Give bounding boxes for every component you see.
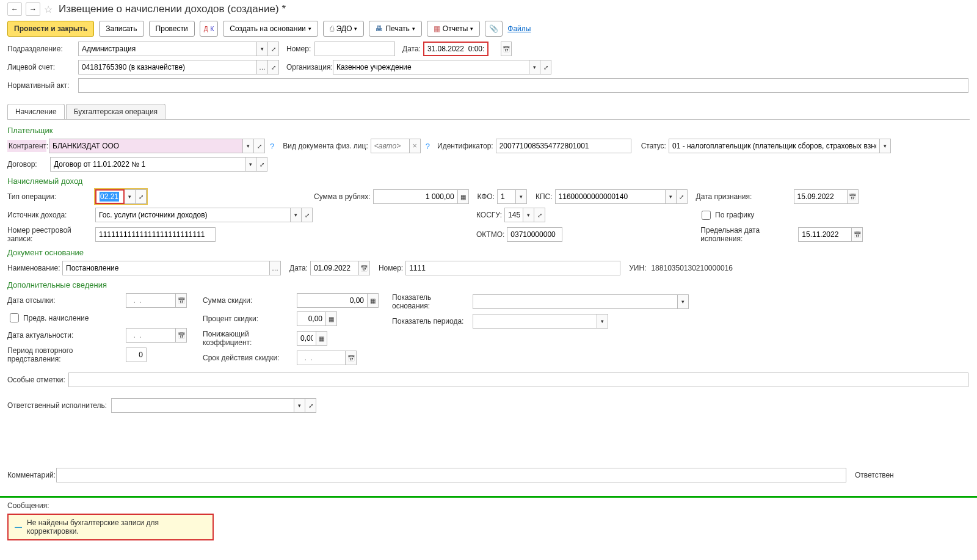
favorite-icon[interactable]: ☆ — [44, 4, 53, 15]
op-type-dropdown[interactable] — [125, 189, 136, 204]
op-type-open[interactable] — [136, 189, 147, 204]
date-input[interactable] — [423, 42, 488, 56]
reports-button[interactable]: ▦ Отчеты ▾ — [427, 21, 480, 37]
doc-type-input[interactable] — [371, 139, 410, 153]
number-input[interactable] — [314, 42, 395, 56]
post-and-close-button[interactable]: Провести и закрыть — [7, 21, 94, 37]
sum-input[interactable] — [373, 189, 458, 204]
doc-type-help-icon[interactable]: ? — [426, 142, 430, 151]
print-button[interactable]: 🖶 Печать ▾ — [369, 21, 421, 37]
send-date-cal[interactable] — [176, 293, 187, 308]
kosgu-open[interactable] — [534, 208, 545, 222]
kosgu-dropdown[interactable] — [523, 208, 534, 222]
date-calendar[interactable] — [501, 42, 512, 56]
source-open[interactable] — [302, 208, 313, 222]
basis-name-input[interactable] — [62, 261, 270, 275]
message-text: Не найдены бухгалтерские записи для корр… — [27, 518, 206, 536]
actual-date-input[interactable] — [126, 328, 176, 343]
rec-date-input[interactable] — [794, 189, 848, 204]
department-open[interactable] — [268, 42, 279, 56]
attach-button[interactable]: 📎 — [485, 21, 503, 37]
org-input[interactable] — [333, 60, 529, 75]
act-label: Нормативный акт: — [7, 81, 76, 90]
basis-date-cal[interactable] — [359, 261, 370, 275]
save-button[interactable]: Записать — [99, 21, 143, 37]
act-input[interactable] — [78, 78, 968, 93]
pre-accrual-checkbox[interactable] — [10, 313, 19, 322]
coeff-input[interactable] — [297, 331, 316, 346]
account-input[interactable] — [78, 60, 257, 75]
org-dropdown[interactable] — [529, 60, 540, 75]
nav-forward-button[interactable]: → — [26, 2, 40, 16]
disc-sum-input[interactable] — [297, 293, 368, 308]
contr-label: Контрагент: — [7, 140, 46, 152]
comment-input[interactable] — [56, 468, 846, 482]
contr-input[interactable] — [49, 139, 243, 153]
period-ind-input[interactable] — [473, 314, 597, 329]
basis-ind-dropdown[interactable] — [678, 294, 689, 309]
disc-pct-input[interactable] — [297, 311, 326, 326]
contract-input[interactable] — [50, 157, 245, 172]
period-ind-dropdown[interactable] — [597, 314, 608, 329]
kps-dropdown[interactable] — [666, 189, 677, 204]
org-open[interactable] — [540, 60, 551, 75]
disc-sum-calc[interactable] — [368, 293, 379, 308]
post-button[interactable]: Провести — [149, 21, 195, 37]
create-based-button[interactable]: Создать на основании ▾ — [223, 21, 318, 37]
executor-dropdown[interactable] — [294, 398, 305, 413]
rec-date-cal[interactable] — [848, 189, 859, 204]
message-row[interactable]: — Не найдены бухгалтерские записи для ко… — [7, 514, 214, 540]
sum-calc[interactable] — [458, 189, 469, 204]
basis-name-select[interactable] — [270, 261, 281, 275]
kfo-input[interactable] — [497, 189, 516, 204]
send-date-input[interactable] — [126, 293, 176, 308]
tab-accounting[interactable]: Бухгалтерская операция — [66, 104, 165, 119]
kps-open[interactable] — [677, 189, 688, 204]
source-input[interactable] — [95, 208, 291, 222]
executor-open[interactable] — [305, 398, 316, 413]
actual-date-label: Дата актуальности: — [7, 331, 123, 340]
disc-term-cal[interactable] — [346, 351, 357, 365]
executor-input[interactable] — [111, 398, 294, 413]
contr-open[interactable] — [254, 139, 265, 153]
disc-term-input[interactable] — [297, 351, 346, 365]
basis-name-label: Наименование: — [7, 264, 60, 272]
basis-ind-input[interactable] — [473, 294, 678, 309]
account-select[interactable] — [257, 60, 268, 75]
coeff-calc[interactable] — [316, 331, 327, 346]
dk-button[interactable]: ДК — [200, 21, 219, 37]
basis-number-input[interactable] — [405, 261, 620, 275]
reestr-input[interactable] — [95, 227, 216, 242]
department-input[interactable] — [78, 42, 257, 56]
kfo-dropdown[interactable] — [516, 189, 527, 204]
department-dropdown[interactable] — [257, 42, 268, 56]
basis-date-input[interactable] — [310, 261, 359, 275]
status-label: Статус: — [641, 142, 666, 150]
disc-pct-calc[interactable] — [326, 311, 337, 326]
deadline-cal[interactable] — [852, 227, 863, 242]
op-type-input[interactable]: 02.21 — [95, 189, 125, 204]
kosgu-input[interactable] — [504, 208, 523, 222]
status-input[interactable] — [669, 139, 880, 153]
source-dropdown[interactable] — [291, 208, 302, 222]
schedule-checkbox[interactable] — [702, 211, 711, 220]
files-link[interactable]: Файлы — [507, 24, 531, 33]
messages-title: Сообщения: — [7, 501, 970, 510]
contract-dropdown[interactable] — [245, 157, 256, 172]
marks-input[interactable] — [68, 373, 968, 387]
contr-help-icon[interactable]: ? — [270, 142, 274, 151]
id-input[interactable] — [496, 139, 631, 153]
repeat-input[interactable] — [126, 347, 147, 362]
status-dropdown[interactable] — [880, 139, 891, 153]
edo-button[interactable]: ⎙ ЭДО ▾ — [323, 21, 365, 37]
account-open[interactable] — [268, 60, 279, 75]
nav-back-button[interactable]: ← — [7, 2, 22, 16]
oktmo-input[interactable] — [507, 227, 562, 242]
deadline-input[interactable] — [798, 227, 852, 242]
kps-input[interactable] — [555, 189, 666, 204]
contr-dropdown[interactable] — [243, 139, 254, 153]
actual-date-cal[interactable] — [176, 328, 187, 343]
tab-accrual[interactable]: Начисление — [7, 104, 65, 119]
doc-type-clear[interactable] — [410, 139, 421, 153]
contract-open[interactable] — [256, 157, 267, 172]
